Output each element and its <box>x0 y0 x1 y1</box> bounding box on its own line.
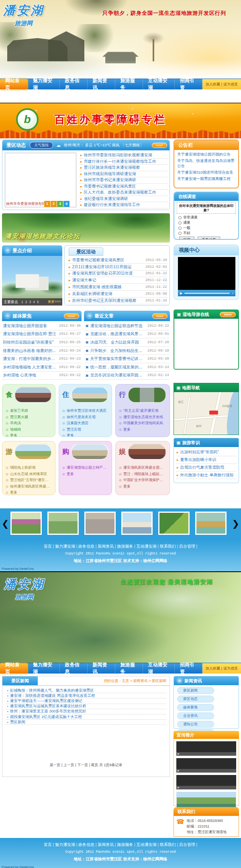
powered-by-text[interactable]: Powered by DedeCms <box>2 865 34 868</box>
video-player[interactable] <box>178 257 235 290</box>
article-link[interactable]: 党员冬训活动为潘安湖开园运营用 <box>90 372 146 378</box>
spot-intro-image[interactable] <box>2 256 62 298</box>
media-link[interactable]: 到徐州后花园品鉴“诗画潘安” <box>3 340 57 345</box>
nav-item[interactable]: 新闻资讯 <box>88 79 115 89</box>
activity-link[interactable]: 苏州市纪委书记王天琛到潘安湖视察 <box>72 298 144 303</box>
pager-number[interactable]: 2 <box>25 300 27 304</box>
more-link[interactable]: 更多>>> <box>48 299 61 304</box>
tip-link[interactable]: 夏季出游防晒小常识 <box>180 457 237 463</box>
nav-item[interactable]: 魅力潘安湖 <box>28 663 60 674</box>
news-nav-link[interactable]: 景区新闻 <box>177 687 214 694</box>
media-link[interactable]: 潘安湖湿地公园开园迎客 <box>3 323 57 329</box>
pagination[interactable]: 第一页 | 上一页 | 下一页 | 尾页 共 1页8条记录 <box>2 763 170 768</box>
pager-number[interactable]: 1 <box>21 300 23 304</box>
footer-link[interactable]: 互动潘安湖 <box>137 544 160 548</box>
article-link[interactable]: 党建活动，推进潘安湖风景区建设 <box>90 331 146 337</box>
category-link[interactable]: 更多 <box>67 433 74 437</box>
volume-icon[interactable]: ♪ <box>232 291 233 295</box>
news-link[interactable]: 市委曹书记视察潘安湖风景区 <box>84 184 168 189</box>
nav-item[interactable]: 网站首页 <box>0 79 28 89</box>
activity-link[interactable]: 市民围观潘安湖 感觉很震撼 <box>72 284 144 290</box>
category-link[interactable]: 地锅鸡 <box>10 427 21 432</box>
footer-link[interactable]: 政务信息 <box>78 544 98 548</box>
footer-link[interactable]: 新闻资讯 <box>98 544 117 548</box>
activity-link[interactable]: 2月1日潘安湖召开10月1日开园运 <box>72 264 144 270</box>
set-homepage-link[interactable]: 设为首页 <box>223 666 238 671</box>
nav-item[interactable]: 网站首页 <box>0 663 28 674</box>
add-favorite-link[interactable]: 加入收藏 <box>206 82 220 87</box>
map-marker[interactable] <box>209 411 218 415</box>
promo-video-player[interactable]: ▶ <box>176 741 236 756</box>
category-link[interactable]: 山水生态城 休闲慢享区 <box>10 471 47 477</box>
tip-link[interactable]: 出游时别忘带“常用药” <box>180 449 237 455</box>
category-link[interactable]: 潘安湖湿地公园土特产购物一条街 <box>67 465 108 470</box>
article-link[interactable]: 统一思想，凝聚区域发展的合力 <box>90 364 146 370</box>
slider-page-button[interactable]: 4 <box>63 201 69 207</box>
notice-link[interactable]: 关于潘安湖一期景区隔离栅工程 <box>177 176 235 181</box>
photo-thumbnail[interactable] <box>84 512 116 535</box>
news-image-slider[interactable]: 徐州市市委宣传部张彤部长视察潘 12345 <box>5 153 76 207</box>
category-link[interactable]: 贾汪地区“五帮扶”潘安湖生态线 <box>10 478 52 483</box>
more-button[interactable]: more <box>64 314 79 319</box>
breadcrumb[interactable]: 您的位置：主页 > 新闻资讯 > 景区新闻 <box>104 678 170 684</box>
news-link[interactable]: 国投潘安湖风景区 2亿元建成实施十大工程 <box>10 714 166 720</box>
activity-link[interactable]: 市委曹书记视察潘安湖风景区 <box>72 257 144 263</box>
news-nav-link[interactable]: 景区动态 <box>177 696 214 702</box>
map-canvas[interactable]: 贾汪 徐州 310国道 <box>174 392 239 435</box>
news-link[interactable]: 建设银行行长来潘安湖指导工作 <box>84 202 168 208</box>
forum-banner[interactable]: 潘安湖湿地旅游文化论坛 <box>2 213 170 243</box>
view-results-button[interactable]: 查看结果 <box>198 237 220 240</box>
footer-link[interactable]: 后台管理 <box>179 544 197 548</box>
promo-video-player[interactable]: ▶ <box>176 775 236 789</box>
slider-page-button[interactable]: 1 <box>44 201 50 207</box>
pager-number[interactable]: 4 <box>33 300 35 304</box>
set-homepage-link[interactable]: 设为首页 <box>223 82 238 87</box>
powered-by-text[interactable]: Powered by DedeCms <box>2 567 34 571</box>
article-link[interactable]: 潘安湖湿地公园证联选粹节选 <box>90 323 146 329</box>
category-link[interactable]: 更多 <box>123 484 131 489</box>
add-favorite-link[interactable]: 加入收藏 <box>206 666 220 671</box>
footer-link[interactable]: 联系我们 <box>160 544 179 548</box>
more-button[interactable]: more <box>220 312 236 317</box>
prev-arrow-icon[interactable]: ❮ <box>2 519 9 529</box>
photo-thumbnail[interactable] <box>47 512 79 535</box>
site-logo[interactable]: 潘安湖 旅游网 <box>4 576 64 601</box>
nav-item[interactable]: 旅游服务 <box>115 663 143 674</box>
activities-tab[interactable]: 景区活动 <box>69 247 103 256</box>
media-link[interactable]: 潘安湖湿地公园开园在即 贾汪 <box>3 331 57 337</box>
next-arrow-icon[interactable]: ❯ <box>232 519 239 529</box>
promo-photo[interactable] <box>176 792 236 808</box>
activity-link[interactable]: 潘安湖大事记 <box>72 277 144 283</box>
news-nav-link[interactable]: 企业资讯 <box>177 712 214 719</box>
category-link[interactable]: 塌陷地上崭新湖 <box>10 465 35 470</box>
site-logo[interactable]: 潘安湖 旅游网 <box>3 2 63 27</box>
photo-thumbnail[interactable] <box>121 512 153 535</box>
nav-item[interactable]: 魅力潘安湖 <box>28 79 60 89</box>
notice-link[interactable]: 关于鸟岛、快速通道至鸟岛沿湖景公告 <box>177 158 235 168</box>
pager-number[interactable]: 5 <box>37 300 39 304</box>
play-icon[interactable]: ▶ <box>180 291 182 295</box>
footer-link[interactable]: 旅游服务 <box>117 544 136 548</box>
nav-item[interactable]: 政务信息 <box>60 79 88 89</box>
notice-link[interactable]: 关于潘安湖310国道环境综合改造 <box>177 170 235 175</box>
media-link[interactable]: 乡村湿地 心灵净地 <box>3 372 57 378</box>
radio-button-icon[interactable] <box>178 216 182 219</box>
news-link[interactable]: 市建行肖行长一行来潘安湖视察指导工作 <box>84 159 168 164</box>
slider-page-button[interactable]: 3 <box>57 201 63 207</box>
category-link[interactable]: 贾汪素火腿 <box>10 415 28 420</box>
category-link[interactable]: 汉巢园大酒店 <box>67 421 88 426</box>
news-link[interactable]: 区人大代表、政协委员来潘安湖视察工作 <box>84 190 168 195</box>
slider-page-button[interactable]: 5 <box>70 201 76 207</box>
zero-obstacle-banner[interactable]: b 百姓办事零障碍专栏 <box>0 103 241 138</box>
news-link[interactable]: 徐州市规划局领导调研潘安湖 <box>84 171 168 177</box>
news-nav-link[interactable]: 通知公告 <box>177 721 214 728</box>
category-link[interactable]: 更多 <box>10 433 17 437</box>
news-link[interactable]: 潘安平湖碧连天——潘安湖风景区建设侧记 <box>10 698 166 704</box>
tip-link[interactable]: 外出旅游小贴士 单身旅行须知 <box>180 472 237 478</box>
notice-link[interactable]: 关于潘安湖湿地公园开园的公告 <box>177 152 235 157</box>
news-link[interactable]: 贾汪区旅游局领导来潘安湖视察 <box>84 165 168 170</box>
radio-button-icon[interactable] <box>178 227 182 230</box>
footer-link[interactable]: 首页 <box>44 842 55 847</box>
category-link[interactable]: 更多 <box>67 471 74 477</box>
slider-caption[interactable]: 徐州市市委宣传部张彤部长视察潘 <box>5 201 44 206</box>
